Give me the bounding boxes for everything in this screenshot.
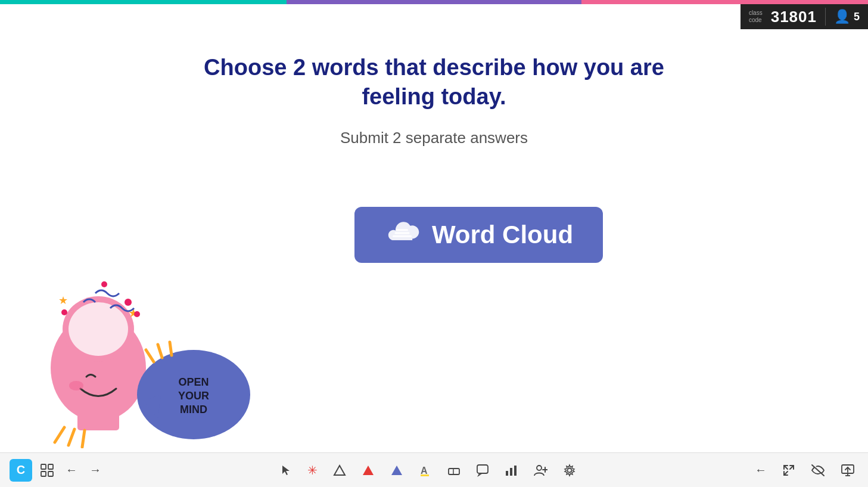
user-add-button[interactable] xyxy=(530,460,551,480)
settings-icon xyxy=(563,464,576,477)
grid-icon xyxy=(41,464,54,477)
svg-rect-35 xyxy=(510,468,512,476)
subtitle: Submit 2 separate answers xyxy=(340,129,528,147)
svg-text:OPEN: OPEN xyxy=(178,376,209,388)
forward-button[interactable]: → xyxy=(86,460,105,480)
svg-line-19 xyxy=(55,427,64,442)
toolbar-right: ← xyxy=(751,460,858,480)
expand-button[interactable] xyxy=(779,460,799,480)
nav-back-icon: ← xyxy=(755,463,767,477)
svg-rect-28 xyxy=(48,472,53,476)
user-add-icon xyxy=(533,464,547,477)
triangle-fill-icon xyxy=(362,464,375,477)
pen-icon: ✳ xyxy=(307,463,318,477)
participant-count: 5 xyxy=(854,11,860,23)
progress-segment-3 xyxy=(581,0,868,4)
grid-view-button[interactable] xyxy=(37,460,57,480)
comment-button[interactable] xyxy=(472,460,493,480)
svg-point-7 xyxy=(69,381,83,390)
svg-text:A: A xyxy=(421,466,428,476)
chart-button[interactable] xyxy=(501,460,521,480)
svg-rect-33 xyxy=(477,465,488,473)
svg-text:MIND: MIND xyxy=(180,404,207,415)
eye-off-icon xyxy=(811,464,825,477)
progress-segment-1 xyxy=(0,0,287,4)
svg-point-15 xyxy=(125,299,132,306)
toolbar-left: C ← → xyxy=(10,459,105,482)
chart-icon xyxy=(505,464,518,477)
svg-text:★: ★ xyxy=(58,294,68,306)
bottom-toolbar: C ← → ✳ xyxy=(0,452,868,487)
svg-line-22 xyxy=(146,350,154,362)
expand-icon xyxy=(782,464,795,477)
svg-point-17 xyxy=(101,281,107,287)
illustration: OPEN YOUR MIND ★ ★ xyxy=(12,258,268,448)
text-highlight-button[interactable]: A xyxy=(415,460,435,480)
forward-arrow-icon: → xyxy=(89,463,101,477)
cursor-icon xyxy=(280,464,292,476)
participant-count-area: 👤 5 xyxy=(834,9,860,24)
svg-rect-26 xyxy=(48,464,53,469)
svg-line-23 xyxy=(158,345,162,358)
svg-line-24 xyxy=(170,342,172,355)
cc-letter: C xyxy=(17,463,25,477)
word-cloud-icon xyxy=(384,220,420,250)
triangle-fill-button[interactable] xyxy=(358,460,378,480)
svg-rect-34 xyxy=(506,471,508,476)
svg-point-18 xyxy=(61,309,67,315)
eraser-icon xyxy=(447,464,461,477)
toolbar-center: ✳ A xyxy=(276,460,580,481)
back-button[interactable]: ← xyxy=(62,460,81,480)
triangle-color-icon xyxy=(390,464,403,477)
back-arrow-icon: ← xyxy=(66,463,77,477)
comment-icon xyxy=(476,464,489,477)
svg-text:YOUR: YOUR xyxy=(178,390,209,402)
svg-rect-31 xyxy=(449,469,459,474)
svg-line-20 xyxy=(69,429,74,445)
svg-line-21 xyxy=(82,430,85,447)
classcraft-icon[interactable]: C xyxy=(10,459,32,482)
pen-tool-button[interactable]: ✳ xyxy=(304,460,321,481)
svg-rect-25 xyxy=(41,464,46,469)
screen-share-icon xyxy=(841,464,855,477)
class-info-panel: classcode 31801 👤 5 xyxy=(741,4,868,29)
triangle-outline-icon xyxy=(333,464,346,477)
svg-rect-30 xyxy=(421,474,429,476)
nav-back-button[interactable]: ← xyxy=(751,460,770,480)
progress-segment-2 xyxy=(287,0,581,4)
class-label: classcode xyxy=(749,10,763,24)
eye-off-button[interactable] xyxy=(807,460,829,480)
class-info-divider xyxy=(825,8,826,26)
svg-rect-6 xyxy=(77,410,119,430)
person-icon: 👤 xyxy=(834,9,850,24)
word-cloud-label: Word Cloud xyxy=(432,221,573,249)
class-code: 31801 xyxy=(771,8,817,26)
settings-button[interactable] xyxy=(559,460,580,480)
top-progress-bar xyxy=(0,0,868,4)
svg-point-16 xyxy=(134,311,140,317)
svg-point-5 xyxy=(69,302,128,356)
text-highlight-icon: A xyxy=(419,464,432,477)
svg-rect-36 xyxy=(514,466,517,476)
question-title: Choose 2 words that describe how you are… xyxy=(166,53,702,112)
svg-point-40 xyxy=(568,468,572,472)
eraser-button[interactable] xyxy=(444,460,464,480)
word-cloud-button[interactable]: Word Cloud xyxy=(354,207,603,263)
cursor-tool-button[interactable] xyxy=(276,461,295,480)
screen-share-button[interactable] xyxy=(837,460,858,480)
svg-rect-27 xyxy=(41,472,46,476)
triangle-outline-button[interactable] xyxy=(329,460,350,480)
triangle-color-button[interactable] xyxy=(387,460,407,480)
svg-point-37 xyxy=(537,466,542,470)
